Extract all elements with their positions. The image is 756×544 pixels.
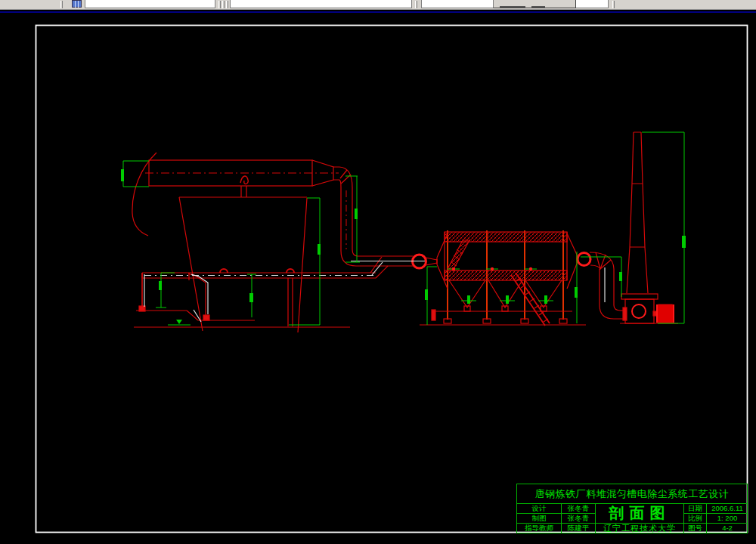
number-label: 图号 [684,524,707,533]
pile-curve [132,153,156,236]
draft-label: 制图 [517,514,562,524]
chimney [627,132,648,293]
centerlines [144,173,425,276]
selected-polyline[interactable] [144,262,383,322]
chimney-flange [621,294,658,299]
drawing-canvas[interactable] [0,0,756,544]
scale-value: 1: 200 [707,514,748,524]
drawing-title: 剖面图 [596,504,684,524]
date-label: 日期 [684,504,707,514]
fan-motor [657,304,674,323]
design-label: 设计 [517,504,562,514]
esp-mid-beam [445,270,567,280]
number-value: 4-2 [707,524,748,533]
fan-chimney-group [590,132,678,323]
date-value: 2006.6.11 [707,504,748,514]
mixing-trough-group [132,153,437,332]
esp-group [420,230,590,326]
advisor-value: 陈建平 [562,524,596,533]
distribution-plate [448,240,469,269]
cad-application-window: { "title_block": { "project_title": "唐钢炼… [0,0,756,544]
title-block: 唐钢炼铁厂料堆混匀槽电除尘系统工艺设计 设计 张冬青 剖面图 日期 2006.6… [516,484,748,533]
esp-outlet-cone [567,233,577,289]
outlet-joint-circle [578,253,590,266]
draft-value: 张冬青 [562,514,596,524]
fan-housing [625,299,654,323]
scale-label: 比例 [684,514,707,524]
advisor-label: 指导教师 [517,524,562,533]
design-value: 张冬青 [562,504,596,514]
project-title: 唐钢炼铁厂料堆混匀槽电除尘系统工艺设计 [517,484,747,504]
organization: 辽宁工程技术大学 [596,524,684,533]
